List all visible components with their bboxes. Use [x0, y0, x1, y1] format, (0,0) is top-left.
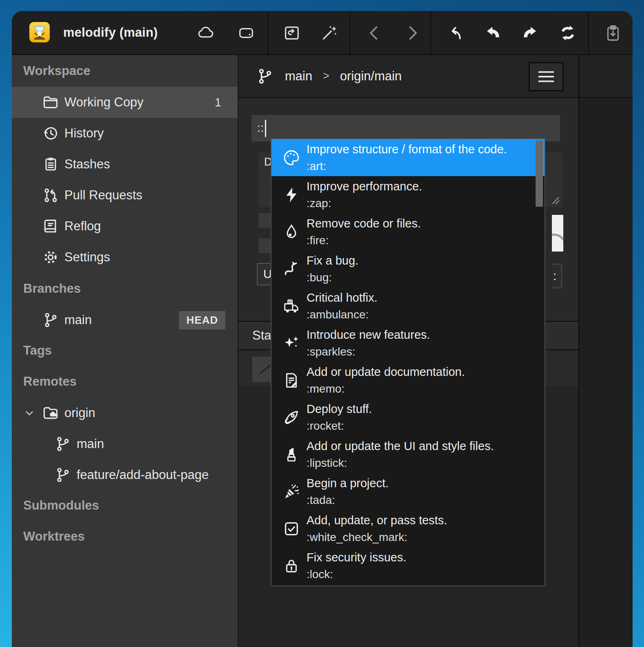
- gitmoji-autocomplete-dropdown: Improve structure / format of the code.:…: [271, 138, 545, 586]
- head-badge: HEAD: [179, 311, 225, 329]
- branches-section-header: Branches: [12, 273, 238, 305]
- sync-arrows-icon[interactable]: [557, 22, 578, 44]
- checkout-arrow-icon[interactable]: [444, 22, 465, 44]
- palette-icon: [281, 148, 302, 168]
- commit-summary-value: ::: [257, 122, 264, 135]
- history-clock-icon: [41, 124, 60, 143]
- sidebar-item-history[interactable]: History: [12, 118, 238, 149]
- ambulance-icon: [281, 296, 302, 316]
- check-box-icon: [281, 519, 302, 539]
- flame-icon: [281, 222, 302, 242]
- folder-cloud-icon: [41, 403, 60, 423]
- upstream-branch[interactable]: origin/main: [340, 69, 402, 84]
- pull-request-icon: [41, 185, 60, 205]
- working-copy-count-badge: 1: [215, 96, 221, 109]
- pane-divider[interactable]: [578, 55, 579, 647]
- gitmoji-option-ambulance[interactable]: Critical hotfix.:ambulance:: [271, 287, 545, 325]
- hamburger-icon: [538, 70, 555, 83]
- gitmoji-option-rocket[interactable]: Deploy stuff.:rocket:: [271, 399, 545, 436]
- right-pane-header: [579, 55, 633, 98]
- sidebar-item-label: Pull Requests: [64, 188, 142, 203]
- gitmoji-option-tada[interactable]: Begin a project.:tada:: [271, 473, 545, 510]
- sidebar-item-label: Stashes: [64, 157, 110, 172]
- sidebar-remote-branch-feature[interactable]: feature/add-about-page: [12, 459, 238, 490]
- memo-icon: [281, 370, 302, 391]
- nav-back-icon[interactable]: [364, 22, 385, 44]
- party-popper-icon: [281, 481, 302, 502]
- sidebar-item-label: Reflog: [64, 219, 101, 234]
- remote-label: origin: [64, 406, 95, 420]
- sidebar-remote-branch-main[interactable]: main: [12, 428, 238, 459]
- submodules-section-header: Submodules: [12, 490, 238, 521]
- sidebar-item-pull-requests[interactable]: Pull Requests: [12, 180, 238, 211]
- avatar-fragment: [552, 215, 563, 252]
- gitmoji-option-white-check-mark[interactable]: Add, update, or pass tests.:white_check_…: [271, 510, 545, 547]
- toolbar-separator: [268, 11, 269, 54]
- text-caret: [265, 120, 266, 137]
- app-logo-icon: [29, 22, 50, 42]
- gear-icon: [41, 247, 60, 267]
- bug-icon: [281, 259, 302, 279]
- gitmoji-option-bug[interactable]: Fix a bug.:bug:: [271, 250, 545, 287]
- toolbar-separator: [350, 11, 351, 54]
- rocket-icon: [281, 407, 302, 428]
- push-arrow-icon[interactable]: [520, 22, 541, 44]
- sidebar-item-label: History: [64, 126, 104, 141]
- current-branch[interactable]: main: [285, 69, 312, 84]
- drive-icon[interactable]: [236, 22, 257, 44]
- resize-grip-icon[interactable]: [550, 195, 560, 205]
- window-title: melodify (main): [63, 11, 158, 54]
- nav-forward-icon[interactable]: [401, 22, 423, 44]
- gitmoji-option-lock[interactable]: Fix security issues.:lock:: [271, 547, 545, 584]
- breadcrumb: main > origin/main: [256, 55, 402, 97]
- sidebar-item-stashes[interactable]: Stashes: [12, 149, 238, 180]
- dropdown-scrollbar-thumb[interactable]: [536, 141, 543, 207]
- git-branch-icon: [53, 434, 73, 454]
- sidebar-item-label: Settings: [64, 250, 110, 265]
- commit-options-menu-button[interactable]: [529, 62, 564, 91]
- remote-branch-label: main: [77, 437, 104, 451]
- gitmoji-option-art[interactable]: Improve structure / format of the code.:…: [271, 139, 545, 176]
- lock-icon: [281, 556, 302, 576]
- app-window: melodify (main): [12, 11, 633, 647]
- tags-section-header: Tags: [12, 336, 238, 366]
- gitmoji-option-memo[interactable]: Add or update documentation.:memo:: [271, 362, 545, 399]
- gitmoji-option-fire[interactable]: Remove code or files.:fire:: [271, 213, 545, 250]
- open-repo-icon[interactable]: [281, 22, 302, 44]
- sidebar-branch-main[interactable]: main HEAD: [12, 305, 238, 336]
- sidebar: Workspace Working Copy 1 History Stashes…: [12, 55, 238, 647]
- folder-icon: [41, 93, 60, 112]
- remote-branch-label: feature/add-about-page: [77, 468, 209, 482]
- git-branch-icon: [41, 310, 60, 330]
- sidebar-item-label: Working Copy: [64, 95, 143, 110]
- branch-label: main: [64, 313, 92, 327]
- lightning-icon: [281, 185, 302, 205]
- branch-header: main > origin/main: [238, 55, 578, 98]
- sidebar-item-working-copy[interactable]: Working Copy 1: [12, 87, 238, 118]
- cloud-icon[interactable]: [196, 22, 217, 44]
- git-branch-icon: [53, 465, 73, 485]
- sidebar-remote-origin[interactable]: origin: [12, 397, 238, 428]
- workspace-section-header: Workspace: [12, 55, 238, 87]
- pull-arrow-icon[interactable]: [482, 22, 503, 44]
- remotes-section-header: Remotes: [12, 366, 238, 397]
- option-title: Improve structure / format of the code.: [307, 141, 507, 158]
- chevron-down-icon[interactable]: [23, 407, 35, 419]
- magic-wand-icon[interactable]: [319, 22, 340, 44]
- clipboard-download-icon[interactable]: [602, 22, 624, 44]
- toolbar-separator: [588, 11, 589, 54]
- gitmoji-option-zap[interactable]: Improve performance.:zap:: [271, 176, 545, 213]
- right-pane: [579, 55, 633, 647]
- button-fragment[interactable]: :: [552, 264, 562, 288]
- sidebar-item-reflog[interactable]: Reflog: [12, 211, 238, 242]
- breadcrumb-separator: >: [323, 70, 329, 82]
- git-branch-icon: [256, 67, 274, 86]
- gitmoji-option-sparkles[interactable]: Introduce new features.:sparkles:: [271, 325, 545, 362]
- worktrees-section-header: Worktrees: [12, 521, 238, 552]
- clipboard-list-icon: [41, 155, 60, 174]
- option-code: :art:: [307, 158, 507, 174]
- sidebar-item-settings[interactable]: Settings: [12, 242, 238, 273]
- title-bar: melodify (main): [12, 11, 633, 55]
- gitmoji-option-lipstick[interactable]: Add or update the UI and style files.:li…: [271, 436, 545, 473]
- commit-summary-input[interactable]: ::: [251, 115, 560, 141]
